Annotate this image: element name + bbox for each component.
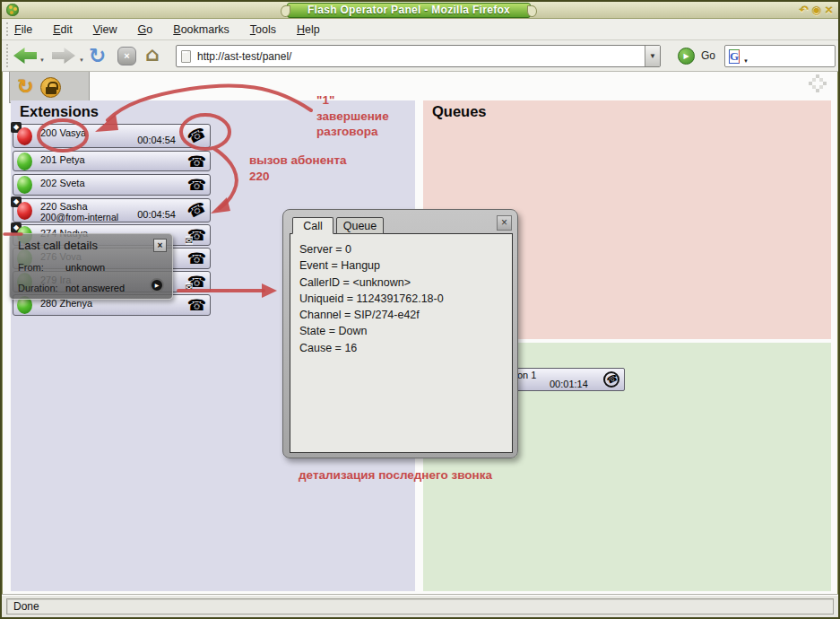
menu-go[interactable]: Go: [138, 23, 153, 36]
play-recording-icon[interactable]: ▶: [150, 278, 164, 292]
phone-offhook-icon[interactable]: ☎: [185, 198, 209, 221]
search-engine-dropdown-icon[interactable]: ▼: [743, 58, 749, 64]
window-title: Flash Operator Panel - Mozilla Firefox: [287, 3, 531, 18]
forward-dropdown-icon[interactable]: ▼: [79, 57, 84, 63]
event-line: CallerID = <unknown>: [299, 275, 512, 291]
extension-row-200[interactable]: ◆ 200 Vasya 00:04:54 ☎: [13, 124, 211, 148]
titlebar: Flash Operator Panel - Mozilla Firefox ↶…: [2, 2, 838, 19]
phone-idle-icon[interactable]: ☎: [187, 251, 206, 266]
status-bar: Done: [2, 595, 838, 617]
back-dropdown-icon[interactable]: ▼: [39, 57, 45, 63]
extension-name: 220 Sasha: [40, 201, 88, 212]
maximize-button[interactable]: ◉: [810, 4, 822, 16]
menu-bookmarks[interactable]: Bookmarks: [173, 23, 229, 36]
extensions-title: Extensions: [20, 103, 99, 120]
status-text: Done: [6, 598, 834, 615]
menu-bar: File Edit View Go Bookmarks Tools Help: [2, 19, 838, 40]
url-dropdown-icon[interactable]: ▼: [645, 46, 660, 66]
toolbar-grip[interactable]: [6, 44, 9, 67]
extension-callerid: 200@from-internal: [40, 212, 118, 222]
search-input[interactable]: [747, 48, 840, 64]
duration-label: Duration:: [18, 283, 58, 293]
call-timer: 00:04:54: [137, 209, 176, 220]
queues-title: Queues: [432, 103, 487, 120]
event-line: Channel = SIP/274-e42f: [299, 307, 512, 323]
queue-timer: 00:01:14: [550, 379, 588, 389]
phone-idle-icon[interactable]: ☎: [187, 298, 206, 313]
dialog-close-icon[interactable]: ×: [497, 215, 512, 231]
toolbar-grip[interactable]: [6, 22, 9, 36]
close-button[interactable]: ×: [823, 4, 835, 16]
tooltip-title: Last call details: [18, 239, 98, 252]
url-input[interactable]: [195, 49, 645, 64]
queue-member-label: on 1: [517, 370, 536, 380]
back-icon[interactable]: [13, 48, 37, 64]
phone-idle-icon[interactable]: ☎: [187, 153, 206, 169]
tab-call[interactable]: Call: [292, 217, 333, 234]
extension-name: 200 Vasya: [40, 127, 86, 138]
from-label: From:: [18, 262, 44, 273]
address-bar[interactable]: ▼: [176, 45, 661, 67]
event-dialog: Call Queue × Server = 0 Event = Hangup C…: [282, 209, 518, 458]
event-line: Server = 0: [299, 241, 512, 257]
navigation-toolbar: ▼ ▼ ↻ × ⌂ ▼ ▶ Go G ▼: [2, 40, 838, 72]
refresh-icon[interactable]: ↻: [17, 76, 33, 98]
phone-offhook-icon[interactable]: ☎: [185, 124, 209, 146]
phone-idle-icon[interactable]: ☎: [187, 178, 206, 193]
status-led-busy: [17, 127, 32, 145]
tooltip-close-icon[interactable]: ×: [153, 239, 167, 252]
page-icon: [181, 50, 191, 63]
from-value: unknown: [65, 262, 105, 273]
menu-view[interactable]: View: [93, 23, 117, 36]
extension-name: 202 Sveta: [40, 178, 85, 188]
event-line: State = Down: [299, 323, 512, 339]
duration-value: not answered: [65, 283, 125, 293]
search-bar[interactable]: G ▼: [724, 45, 836, 67]
event-line: Uniqueid = 1124391762.18-0: [299, 291, 512, 307]
phone-voicemail-icon[interactable]: ☎✉: [187, 275, 206, 290]
call-timer: 00:04:54: [137, 135, 176, 145]
extension-row-202[interactable]: 202 Sveta ☎: [13, 174, 211, 196]
extension-row-201[interactable]: 201 Petya ☎: [13, 151, 211, 171]
window-menu-icon[interactable]: [6, 4, 19, 16]
google-logo-icon[interactable]: G: [729, 49, 740, 64]
menu-help[interactable]: Help: [297, 23, 320, 36]
forward-icon[interactable]: [52, 48, 75, 64]
minimize-button[interactable]: ↶: [798, 4, 810, 16]
event-line: Cause = 16: [299, 340, 512, 356]
event-line: Event = Hangup: [299, 257, 512, 274]
loading-dots-icon: [806, 74, 829, 98]
tab-queue[interactable]: Queue: [336, 217, 384, 234]
lock-icon[interactable]: [40, 77, 61, 98]
status-led-idle: [17, 153, 32, 170]
envelope-icon: ✉: [186, 237, 193, 245]
fop-toolbar: ↻: [9, 72, 90, 103]
extension-name: 201 Petya: [40, 154, 85, 165]
stop-icon[interactable]: ×: [117, 47, 136, 65]
envelope-icon: ✉: [186, 283, 193, 292]
last-call-details-tooltip: Last call details × From: unknown Durati…: [9, 233, 173, 300]
extension-row-220[interactable]: ◆ 220 Sasha 200@from-internal 00:04:54 ☎: [13, 198, 211, 222]
go-icon[interactable]: ▶: [678, 48, 695, 65]
menu-edit[interactable]: Edit: [53, 23, 73, 36]
status-led-busy: [17, 202, 32, 220]
reload-icon[interactable]: ↻: [89, 43, 106, 68]
go-button[interactable]: Go: [701, 49, 715, 62]
ringing-phone-icon[interactable]: ☎: [603, 371, 619, 388]
menu-tools[interactable]: Tools: [250, 23, 276, 36]
browser-window: Flash Operator Panel - Mozilla Firefox ↶…: [0, 0, 840, 619]
menu-file[interactable]: File: [14, 23, 32, 36]
status-led-idle: [17, 176, 32, 194]
phone-voicemail-icon[interactable]: ☎✉: [187, 228, 206, 243]
home-icon[interactable]: ⌂: [145, 42, 160, 67]
dialog-content: Server = 0 Event = Hangup CallerID = <un…: [290, 233, 513, 453]
